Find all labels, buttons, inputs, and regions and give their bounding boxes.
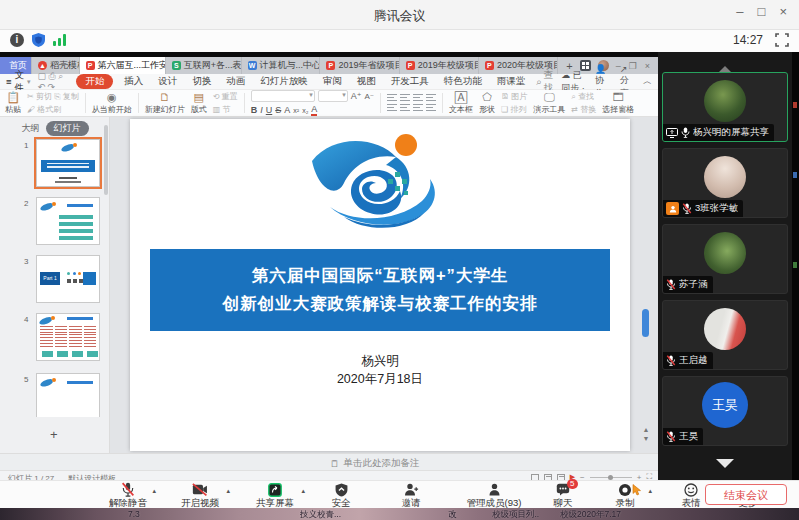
wps-tab-word[interactable]: W计算机与...中心简介 bbox=[242, 57, 321, 74]
wps-tab-pdf-1[interactable]: P2019年省级项目.pdf bbox=[320, 57, 399, 74]
meeting-info-icon[interactable]: i bbox=[10, 33, 24, 47]
notes-bar[interactable]: 🗒单击此处添加备注 bbox=[0, 453, 658, 470]
font-size-select[interactable] bbox=[318, 90, 348, 102]
slide-thumbnail-4[interactable] bbox=[36, 313, 100, 361]
decrease-font-button[interactable]: A⁻ bbox=[365, 92, 375, 101]
font-family-select[interactable] bbox=[251, 90, 315, 102]
chat-button[interactable]: 5 聊天 bbox=[540, 482, 586, 510]
cut-button[interactable]: ✂ 剪切 ⎘ 复制 bbox=[27, 91, 79, 102]
minimize-button[interactable]: – bbox=[736, 4, 743, 19]
person-add-icon bbox=[404, 483, 419, 496]
numbering-icon[interactable] bbox=[400, 94, 410, 102]
wps-tab-active-ppt[interactable]: P第六届互...工作安排× bbox=[80, 57, 166, 74]
slide-scrollbar-thumb[interactable] bbox=[642, 309, 649, 337]
columns-icon[interactable] bbox=[426, 104, 436, 112]
ribbon-tab-view[interactable]: 视图 bbox=[353, 74, 380, 89]
present-tools-button[interactable]: 🖵演示工具 bbox=[533, 92, 565, 115]
ribbon-tab-devtools[interactable]: 开发工具 bbox=[387, 74, 433, 89]
justify-icon[interactable] bbox=[400, 104, 410, 112]
align-right-icon[interactable] bbox=[387, 104, 397, 112]
ribbon-tab-rainclassroom[interactable]: 雨课堂 bbox=[493, 74, 530, 89]
wps-tab-pdf-2[interactable]: P2019年校级项目.pdf bbox=[400, 57, 479, 74]
slide-scroll-buttons[interactable]: ▲▼ bbox=[641, 425, 651, 443]
ribbon-tab-start[interactable]: 开始 bbox=[76, 74, 113, 89]
play-from-current-button[interactable]: ◉从当前开始 bbox=[92, 92, 132, 115]
align-left-icon[interactable] bbox=[413, 94, 423, 102]
slides-tab[interactable]: 幻灯片 bbox=[46, 121, 89, 136]
share-options-caret[interactable]: ▴ bbox=[301, 487, 305, 495]
participant-tile-sharing[interactable]: 杨兴明的屏幕共享 bbox=[662, 72, 788, 142]
paste-button[interactable]: 📋粘贴 bbox=[5, 92, 21, 115]
share-screen-button[interactable]: 共享屏幕 ▴ bbox=[243, 482, 307, 510]
slide-thumbnail-5[interactable] bbox=[36, 373, 100, 417]
video-options-caret[interactable]: ▴ bbox=[226, 487, 230, 495]
encryption-shield-icon[interactable] bbox=[32, 33, 45, 47]
quick-access-icons[interactable]: ▢ ⎙ ⌕ ↶ ↷ bbox=[38, 71, 70, 92]
subscript-button[interactable]: x₂ bbox=[302, 107, 308, 114]
ribbon-tab-features[interactable]: 特色功能 bbox=[440, 74, 486, 89]
find-button[interactable]: ⌕ 查找 bbox=[571, 91, 596, 102]
collapse-ribbon-icon[interactable]: ︿ bbox=[643, 75, 652, 88]
meeting-toolbar: 解除静音 ▴ 开启视频 ▴ 共享屏幕 ▴ 安全 邀请 管理成员(93) bbox=[0, 480, 799, 508]
ribbon-tab-animation[interactable]: 动画 bbox=[222, 74, 249, 89]
slide-thumbnail-1[interactable] bbox=[36, 139, 100, 187]
ribbon-tab-review[interactable]: 审阅 bbox=[319, 74, 346, 89]
ribbon-tab-transition[interactable]: 切换 bbox=[188, 74, 215, 89]
ribbon-tab-slideshow[interactable]: 幻灯片放映 bbox=[256, 74, 312, 89]
fullscreen-icon[interactable] bbox=[775, 33, 789, 47]
maximize-button[interactable]: □ bbox=[758, 4, 766, 19]
format-painter-button[interactable]: 🖌 格式刷 bbox=[27, 104, 79, 115]
zoom-slider[interactable] bbox=[590, 477, 632, 478]
ribbon-tab-insert[interactable]: 插入 bbox=[120, 74, 147, 89]
italic-button[interactable]: I bbox=[260, 105, 263, 115]
arrange-button[interactable]: ❏ 排列 bbox=[501, 104, 527, 115]
security-button[interactable]: 安全 bbox=[316, 482, 366, 510]
close-button[interactable]: × bbox=[779, 4, 787, 19]
slide-thumbnail-2[interactable] bbox=[36, 197, 100, 245]
scroll-down-button[interactable] bbox=[658, 454, 792, 472]
thumbnail-scrollbar[interactable] bbox=[104, 125, 108, 195]
picture-button[interactable]: 🖻 图片 bbox=[501, 91, 527, 102]
add-slide-button[interactable]: + bbox=[50, 427, 58, 442]
wps-tab-excel[interactable]: S互联网+各...表7.17 bbox=[166, 57, 242, 74]
start-video-button[interactable]: 开启视频 ▴ bbox=[168, 482, 232, 510]
superscript-button[interactable]: x² bbox=[293, 107, 299, 114]
shadow-button[interactable]: A bbox=[284, 105, 290, 115]
participant-tile[interactable]: 王启越 bbox=[662, 300, 788, 370]
font-color-button[interactable]: A bbox=[311, 104, 317, 116]
bullets-icon[interactable] bbox=[387, 94, 397, 102]
end-meeting-button[interactable]: 结束会议 bbox=[705, 484, 787, 505]
slide-thumbnail-3[interactable]: Part 1 bbox=[36, 255, 100, 303]
selection-pane-button[interactable]: 🗔选择窗格 bbox=[602, 92, 634, 115]
align-center-icon[interactable] bbox=[426, 94, 436, 102]
bold-button[interactable]: B bbox=[251, 105, 258, 115]
replace-button[interactable]: ⇄ 替换 bbox=[571, 104, 596, 115]
unmute-button[interactable]: 解除静音 ▴ bbox=[96, 482, 160, 510]
mic-options-caret[interactable]: ▴ bbox=[152, 487, 156, 495]
slide-canvas[interactable]: 第六届中国国际“互联网+”大学生 创新创业大赛政策解读与校赛工作的安排 杨兴明 … bbox=[130, 119, 630, 451]
new-slide-button[interactable]: 🗋新建幻灯片 bbox=[145, 92, 185, 115]
record-options-caret[interactable]: ▴ bbox=[648, 487, 652, 495]
ribbon-tab-design[interactable]: 设计 bbox=[154, 74, 181, 89]
slide-title-line2: 创新创业大赛政策解读与校赛工作的安排 bbox=[150, 293, 610, 315]
strikethrough-button[interactable]: S bbox=[275, 105, 281, 115]
outline-tab[interactable]: 大纲 bbox=[22, 122, 40, 135]
increase-font-button[interactable]: A⁺ bbox=[351, 91, 362, 101]
reset-button[interactable]: ⟲ 重置 bbox=[213, 91, 238, 102]
slide-title-line1: 第六届中国国际“互联网+”大学生 bbox=[150, 265, 610, 287]
line-spacing-icon[interactable] bbox=[413, 104, 423, 112]
section-button[interactable]: ▥ 节 bbox=[213, 104, 238, 115]
screen-share-icon bbox=[666, 128, 678, 138]
underline-button[interactable]: U bbox=[266, 105, 273, 115]
manage-members-button[interactable]: 管理成员(93) bbox=[455, 482, 533, 510]
record-button[interactable]: 录制 ▴ bbox=[598, 482, 652, 510]
textbox-button[interactable]: 🄰文本框 bbox=[449, 92, 473, 115]
layout-button[interactable]: ▤版式 bbox=[191, 92, 207, 115]
participant-tile[interactable]: 苏子涵 bbox=[662, 224, 788, 294]
shapes-button[interactable]: ⬠形状 bbox=[479, 92, 495, 115]
pdf-file-icon: P bbox=[326, 61, 335, 70]
participant-tile[interactable]: 3班张学敏 bbox=[662, 148, 788, 218]
desktop-icon-label: 7.3 bbox=[128, 509, 140, 519]
participant-tile[interactable]: 王昊 王昊 bbox=[662, 376, 788, 446]
invite-button[interactable]: 邀请 bbox=[386, 482, 436, 510]
